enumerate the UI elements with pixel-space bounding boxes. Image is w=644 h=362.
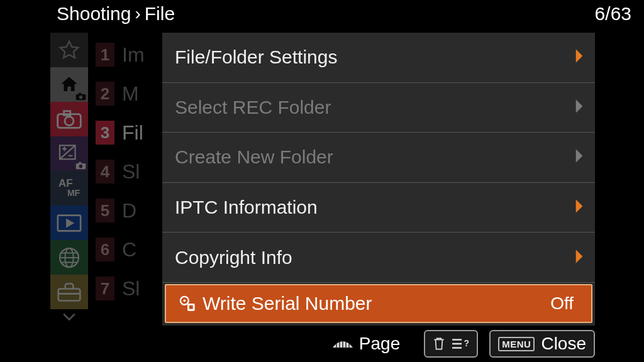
item-label: Create New Folder bbox=[175, 146, 333, 168]
section-badge: 6 bbox=[96, 238, 114, 261]
help-button[interactable]: ? bbox=[424, 330, 478, 358]
toolbox-icon bbox=[57, 283, 81, 302]
rail-favorites[interactable] bbox=[50, 33, 88, 67]
item-value: Off bbox=[550, 293, 574, 314]
item-label: Copyright Info bbox=[175, 247, 292, 268]
section-frag: C bbox=[122, 238, 136, 261]
section-row[interactable]: 2M bbox=[96, 74, 158, 113]
svg-rect-4 bbox=[64, 111, 70, 115]
rail-scroll-down[interactable] bbox=[50, 309, 88, 324]
svg-rect-17 bbox=[189, 305, 193, 309]
rail-setup[interactable] bbox=[50, 275, 88, 309]
svg-point-9 bbox=[79, 165, 83, 168]
chevron-right-icon bbox=[575, 146, 584, 168]
star-icon bbox=[58, 39, 80, 62]
section-badge: 7 bbox=[96, 277, 114, 300]
section-row[interactable]: 1Im bbox=[96, 35, 158, 74]
section-badge: 2 bbox=[96, 82, 114, 106]
item-create-new-folder[interactable]: Create New Folder bbox=[162, 133, 595, 183]
rail-exposure[interactable] bbox=[50, 136, 88, 171]
section-row[interactable]: 7Sl bbox=[96, 269, 158, 308]
help-lines-icon: ? bbox=[452, 337, 469, 351]
item-iptc-information[interactable]: IPTC Information bbox=[162, 183, 595, 233]
svg-point-15 bbox=[183, 299, 186, 302]
breadcrumb-current: File bbox=[145, 3, 175, 25]
item-file-folder-settings[interactable]: File/Folder Settings bbox=[162, 33, 595, 83]
section-frag: Sl bbox=[122, 277, 140, 300]
afmf-icon: AFMF bbox=[58, 178, 80, 198]
play-icon bbox=[57, 214, 82, 232]
rail-network[interactable] bbox=[50, 240, 88, 275]
rail-shooting[interactable] bbox=[50, 102, 88, 136]
section-frag: Fil bbox=[122, 121, 143, 145]
svg-point-5 bbox=[65, 116, 74, 125]
dial-icon bbox=[330, 337, 355, 350]
section-row[interactable]: 5D bbox=[96, 191, 158, 230]
section-badge: 1 bbox=[96, 43, 114, 67]
section-badge: 4 bbox=[96, 160, 114, 184]
svg-rect-13 bbox=[58, 288, 80, 300]
section-row[interactable]: 4Sl bbox=[96, 152, 158, 191]
rail-playback[interactable] bbox=[50, 206, 88, 240]
chevron-down-icon bbox=[62, 312, 76, 321]
exposure-icon bbox=[58, 145, 80, 163]
item-label: IPTC Information bbox=[175, 197, 318, 218]
rail-main[interactable] bbox=[50, 67, 88, 102]
gear-icon bbox=[179, 295, 196, 312]
camera-small-icon bbox=[75, 92, 86, 101]
item-write-serial-number[interactable]: Write Serial Number Off bbox=[165, 284, 592, 323]
trash-icon bbox=[433, 336, 445, 351]
section-frag: M bbox=[122, 82, 139, 106]
chevron-right-icon bbox=[575, 247, 584, 268]
chevron-right-icon bbox=[575, 97, 584, 118]
section-frag: Sl bbox=[122, 160, 140, 184]
svg-rect-8 bbox=[79, 162, 81, 164]
close-label: Close bbox=[541, 334, 586, 354]
globe-icon bbox=[58, 246, 80, 269]
help-bar: Page ? MENU Close bbox=[0, 329, 644, 358]
section-row[interactable]: 3Fil bbox=[96, 113, 158, 152]
item-copyright-info[interactable]: Copyright Info bbox=[162, 233, 595, 283]
camera-icon bbox=[57, 110, 82, 129]
rail-focus[interactable]: AFMF bbox=[50, 171, 88, 206]
breadcrumb-sep-icon: › bbox=[135, 4, 140, 24]
section-row[interactable]: 6C bbox=[96, 230, 158, 269]
item-select-rec-folder[interactable]: Select REC Folder bbox=[162, 83, 595, 133]
settings-panel: File/Folder Settings Select REC Folder C… bbox=[162, 33, 595, 326]
page-hint-label: Page bbox=[359, 334, 400, 354]
svg-rect-1 bbox=[79, 93, 81, 95]
item-label: Write Serial Number bbox=[203, 293, 372, 314]
camera-small-icon bbox=[75, 162, 86, 170]
chevron-right-icon bbox=[575, 197, 584, 218]
breadcrumb-bar: Shooting › File 6/63 bbox=[0, 1, 644, 26]
section-number-column: 1Im 2M 3Fil 4Sl 5D 6C 7Sl bbox=[96, 35, 158, 308]
section-frag: Im bbox=[122, 43, 145, 67]
section-frag: D bbox=[122, 199, 136, 222]
section-badge: 3 bbox=[96, 121, 114, 145]
breadcrumb-root[interactable]: Shooting bbox=[57, 3, 131, 25]
svg-point-2 bbox=[79, 96, 83, 99]
close-button[interactable]: MENU Close bbox=[489, 330, 595, 358]
page-indicator: 6/63 bbox=[595, 3, 631, 25]
section-badge: 5 bbox=[96, 199, 114, 222]
item-label: Select REC Folder bbox=[175, 97, 331, 118]
page-hint: Page bbox=[330, 334, 400, 354]
category-rail: AFMF bbox=[50, 33, 88, 324]
chevron-right-icon bbox=[575, 47, 584, 68]
item-label: File/Folder Settings bbox=[175, 47, 337, 68]
menu-badge: MENU bbox=[498, 337, 535, 351]
svg-text:?: ? bbox=[464, 338, 470, 348]
